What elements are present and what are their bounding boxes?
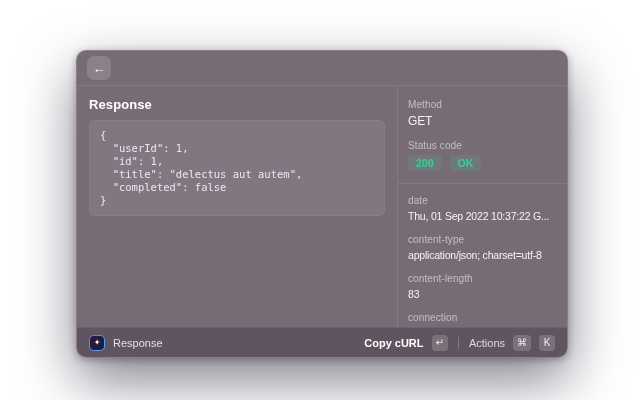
details-divider — [398, 183, 567, 184]
code-line: "completed": false — [100, 181, 374, 194]
header-row-content-length: content-length 83 — [408, 273, 561, 300]
method-value: GET — [408, 114, 561, 128]
response-panel-title: Response — [89, 97, 385, 112]
header-name: content-type — [408, 234, 561, 245]
code-line: "id": 1, — [100, 155, 374, 168]
status-text-badge: OK — [450, 155, 482, 171]
method-label: Method — [408, 99, 561, 110]
response-body-json[interactable]: { "userId": 1, "id": 1, "title": "delect… — [89, 120, 385, 216]
window-header: ← — [77, 51, 567, 86]
header-name: content-length — [408, 273, 561, 284]
status-code-label: Status code — [408, 140, 561, 151]
logo-glyph: ✦ — [94, 339, 101, 347]
header-value: 83 — [408, 288, 561, 300]
response-panel: Response { "userId": 1, "id": 1, "title"… — [77, 86, 397, 327]
header-value: Thu, 01 Sep 2022 10:37:22 G... — [408, 210, 561, 222]
code-line: } — [100, 194, 374, 207]
header-value: application/json; charset=utf-8 — [408, 249, 561, 261]
footer-separator — [458, 337, 459, 349]
header-row-date: date Thu, 01 Sep 2022 10:37:22 G... — [408, 195, 561, 222]
code-line: "title": "delectus aut autem", — [100, 168, 374, 181]
header-name: date — [408, 195, 561, 206]
code-line: { — [100, 129, 374, 142]
app-logo-icon: ✦ — [89, 335, 105, 351]
k-key-icon[interactable]: K — [539, 335, 555, 351]
copy-curl-button[interactable]: Copy cURL — [364, 337, 423, 349]
header-row-content-type: content-type application/json; charset=u… — [408, 234, 561, 261]
window-footer: ✦ Response Copy cURL ↵ Actions ⌘ K — [77, 327, 567, 357]
response-viewer-window: ← Response { "userId": 1, "id": 1, "titl… — [76, 50, 568, 358]
enter-key-icon[interactable]: ↵ — [432, 335, 448, 351]
header-name: connection — [408, 312, 561, 323]
response-details-panel: Method GET Status code 200 OK date Thu, … — [397, 86, 567, 327]
code-line: "userId": 1, — [100, 142, 374, 155]
footer-context-label: Response — [113, 337, 163, 349]
cmd-key-icon[interactable]: ⌘ — [513, 335, 531, 351]
status-code-badge: 200 — [408, 155, 442, 171]
actions-button[interactable]: Actions — [469, 337, 505, 349]
header-row-connection: connection close — [408, 312, 561, 327]
back-arrow-icon: ← — [93, 62, 106, 75]
back-button[interactable]: ← — [87, 56, 111, 80]
window-main: Response { "userId": 1, "id": 1, "title"… — [77, 86, 567, 327]
